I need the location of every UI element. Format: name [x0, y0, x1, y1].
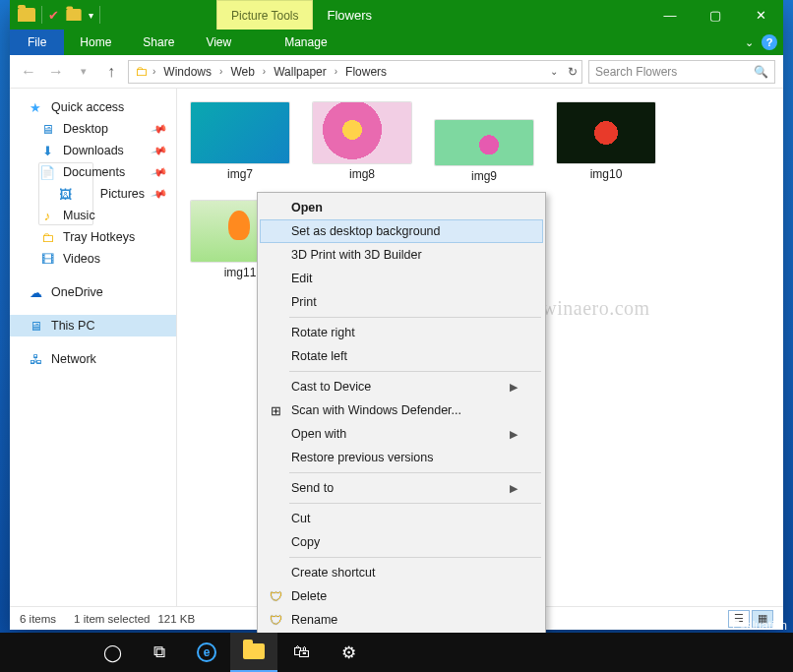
ctx-open[interactable]: Open [260, 196, 543, 219]
sidebar-quick-access[interactable]: ★Quick access [10, 96, 176, 118]
thumbnail-img9 [435, 120, 533, 165]
network-icon: 🖧 [28, 351, 43, 367]
manage-tab[interactable]: Manage [269, 30, 342, 55]
share-tab[interactable]: Share [127, 30, 190, 55]
home-tab[interactable]: Home [64, 30, 127, 55]
file-item[interactable]: img7 [187, 102, 293, 183]
separator [289, 317, 541, 318]
sidebar-item-pictures[interactable]: 🖼Pictures📌 [10, 183, 176, 205]
sidebar-onedrive[interactable]: ☁OneDrive [10, 281, 176, 303]
ctx-delete[interactable]: 🛡Delete [260, 584, 543, 608]
ctx-rotate-right[interactable]: Rotate right [260, 321, 543, 344]
ctx-label: Delete [291, 589, 327, 603]
ctx-label: Cut [291, 512, 310, 525]
chevron-right-icon[interactable]: › [333, 66, 339, 77]
navigation-pane: ★Quick access 🖥Desktop📌 ⬇Downloads📌 📄Doc… [10, 89, 177, 606]
ctx-scan-defender[interactable]: ⊞Scan with Windows Defender... [260, 398, 543, 422]
sidebar-item-videos[interactable]: 🎞Videos [10, 248, 176, 270]
file-label: img10 [590, 167, 623, 181]
task-view-button[interactable]: ⧉ [136, 633, 183, 672]
downloads-icon: ⬇ [39, 143, 55, 158]
ribbon-right: ⌄ ? [739, 30, 783, 55]
locations-dropdown-icon[interactable]: ⌄ [550, 66, 558, 77]
sidebar-label: This PC [51, 319, 94, 333]
store-button[interactable]: 🛍 [277, 633, 325, 672]
edge-icon: e [197, 642, 216, 662]
address-row: ← → ▾ ↑ 🗀 › Windows › Web › Wallpaper › … [10, 55, 783, 89]
expand-ribbon-icon[interactable]: ⌄ [745, 36, 754, 49]
explorer-taskbar-button[interactable] [230, 633, 277, 672]
close-button[interactable]: ✕ [738, 0, 783, 30]
sidebar-network[interactable]: 🖧Network [10, 348, 176, 370]
minimize-button[interactable]: — [647, 0, 693, 30]
separator [41, 6, 42, 24]
onedrive-icon: ☁ [28, 284, 43, 300]
sidebar-item-documents[interactable]: 📄Documents📌 [10, 161, 176, 183]
sidebar-item-tray-hotkeys[interactable]: 🗀Tray Hotkeys [10, 226, 176, 248]
up-button[interactable]: ↑ [100, 63, 122, 81]
separator [289, 472, 541, 473]
search-icon: 🔍 [754, 65, 768, 79]
file-item[interactable]: img10 [553, 102, 659, 183]
ctx-label: Edit [291, 272, 313, 285]
sidebar-item-music[interactable]: ♪Music [10, 205, 176, 226]
sidebar-label: Quick access [51, 100, 124, 114]
separator [289, 503, 541, 504]
ctx-cut[interactable]: Cut [260, 507, 543, 530]
refresh-icon[interactable]: ↻ [568, 65, 578, 79]
window-title: Flowers [313, 0, 386, 30]
help-icon[interactable]: ? [762, 34, 777, 50]
ctx-label: Rename [291, 613, 337, 627]
edge-button[interactable]: e [183, 633, 230, 672]
sidebar-label: Pictures [100, 187, 145, 201]
ctx-label: Open with [291, 427, 346, 441]
submenu-arrow-icon: ▶ [510, 428, 518, 441]
sidebar-item-desktop[interactable]: 🖥Desktop📌 [10, 118, 176, 140]
cortana-button[interactable]: ◯ [89, 633, 136, 672]
ctx-open-with[interactable]: Open with▶ [260, 422, 543, 446]
settings-button[interactable]: ⚙ [325, 633, 372, 672]
file-tab[interactable]: File [10, 30, 64, 55]
ctx-copy[interactable]: Copy [260, 530, 543, 554]
ctx-3d-print[interactable]: 3D Print with 3D Builder [260, 243, 543, 267]
view-tab[interactable]: View [190, 30, 247, 55]
ctx-create-shortcut[interactable]: Create shortcut [260, 561, 543, 584]
address-bar[interactable]: 🗀 › Windows › Web › Wallpaper › Flowers … [128, 60, 582, 84]
sidebar-item-downloads[interactable]: ⬇Downloads📌 [10, 140, 176, 161]
search-input[interactable]: Search Flowers 🔍 [588, 60, 775, 84]
ctx-label: Open [291, 201, 323, 214]
ctx-cast-to-device[interactable]: Cast to Device▶ [260, 375, 543, 398]
qat-dropdown-icon[interactable]: ▾ [89, 10, 93, 21]
back-button[interactable]: ← [18, 63, 39, 81]
file-label: img11 [224, 266, 257, 279]
breadcrumb-segment[interactable]: Web [226, 65, 258, 79]
maximize-button[interactable]: ▢ [693, 0, 738, 30]
ctx-send-to[interactable]: Send to▶ [260, 476, 543, 500]
file-item[interactable]: img8 [309, 102, 415, 183]
chevron-right-icon[interactable]: › [261, 66, 268, 77]
pin-icon: 📌 [151, 120, 169, 138]
submenu-arrow-icon: ▶ [510, 381, 518, 394]
chevron-right-icon[interactable]: › [151, 66, 157, 77]
properties-icon[interactable]: ✔ [48, 8, 59, 23]
chevron-right-icon[interactable]: › [217, 66, 224, 77]
folder-icon: 🗀 [39, 229, 55, 245]
ctx-label: 3D Print with 3D Builder [291, 248, 422, 262]
shield-icon: 🛡 [267, 611, 284, 629]
ctx-set-desktop-background[interactable]: Set as desktop background [260, 219, 543, 243]
ctx-rotate-left[interactable]: Rotate left [260, 344, 543, 368]
breadcrumb-segment[interactable]: Wallpaper [270, 65, 331, 79]
file-item[interactable]: img9 [431, 120, 537, 183]
ctx-print[interactable]: Print [260, 290, 543, 314]
sidebar-this-pc[interactable]: 🖥This PC [10, 315, 176, 336]
ctx-restore-versions[interactable]: Restore previous versions [260, 446, 543, 469]
breadcrumb-segment[interactable]: Flowers [341, 65, 391, 79]
recent-locations-icon[interactable]: ▾ [73, 65, 94, 78]
thumbnail-img7 [191, 102, 289, 163]
breadcrumb-segment[interactable]: Windows [159, 65, 215, 79]
picture-tools-tab[interactable]: Picture Tools [216, 0, 313, 30]
ctx-rename[interactable]: 🛡Rename [260, 608, 543, 632]
taskbar: ◯ ⧉ e 🛍 ⚙ [0, 633, 793, 672]
ctx-edit[interactable]: Edit [260, 267, 543, 290]
new-folder-icon[interactable] [66, 9, 81, 21]
